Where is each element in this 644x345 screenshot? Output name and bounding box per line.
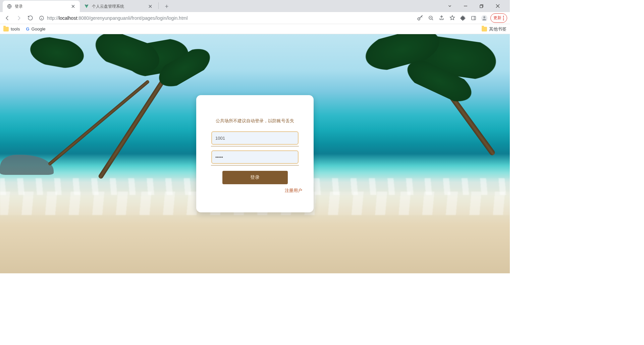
bookmark-label: Google <box>32 26 46 31</box>
chevron-down-icon[interactable] <box>447 4 457 8</box>
globe-icon <box>7 4 12 9</box>
close-window-icon[interactable] <box>496 4 505 8</box>
zoom-icon[interactable] <box>426 13 435 23</box>
login-hint: 公共场所不建议自动登录，以防账号丢失 <box>216 118 294 124</box>
tab-title: 个人云盘管理系统 <box>92 4 145 9</box>
google-icon: G <box>26 26 29 31</box>
address-bar[interactable]: http://localhost:8080/gerenyunpanguanli/… <box>37 13 413 23</box>
username-input[interactable] <box>211 131 299 145</box>
new-tab-button[interactable] <box>162 2 171 11</box>
other-bookmarks[interactable]: 其他书签 <box>482 26 506 32</box>
login-button[interactable]: 登录 <box>222 171 288 184</box>
svg-point-7 <box>483 16 485 18</box>
page-viewport: 公共场所不建议自动登录，以防账号丢失 登录 注册用户 <box>0 34 510 273</box>
update-label: 更新 <box>493 15 501 21</box>
reload-button[interactable] <box>25 13 35 23</box>
profile-avatar-icon[interactable] <box>480 13 489 23</box>
url-text: http://localhost:8080/gerenyunpanguanli/… <box>47 15 188 21</box>
bookmark-label: tools <box>11 26 20 31</box>
tab-divider <box>158 2 159 9</box>
back-button[interactable] <box>3 13 12 23</box>
bookmark-star-icon[interactable] <box>447 13 457 23</box>
svg-point-9 <box>503 17 504 18</box>
bookmarks-bar: tools G Google 其他书签 <box>0 24 510 34</box>
window-controls <box>445 0 510 12</box>
other-bookmarks-label: 其他书签 <box>489 26 506 32</box>
folder-icon <box>3 27 9 31</box>
bookmark-tools[interactable]: tools <box>3 26 20 31</box>
svg-rect-1 <box>480 5 482 7</box>
password-input[interactable] <box>211 150 299 164</box>
svg-point-10 <box>503 19 504 20</box>
register-link[interactable]: 注册用户 <box>285 188 302 194</box>
bookmark-google[interactable]: G Google <box>26 26 45 31</box>
tab-title: 登录 <box>15 4 68 9</box>
tab-strip: 登录 个人云盘管理系统 <box>0 0 510 12</box>
folder-icon <box>482 27 487 31</box>
maximize-icon[interactable] <box>480 4 489 8</box>
menu-dots-icon <box>503 16 504 20</box>
toolbar-right: 更新 <box>415 13 507 23</box>
toolbar: http://localhost:8080/gerenyunpanguanli/… <box>0 12 510 24</box>
minimize-icon[interactable] <box>464 4 473 8</box>
field-underline <box>211 146 299 146</box>
svg-rect-5 <box>472 16 476 20</box>
tab-vue-app[interactable]: 个人云盘管理系统 <box>80 1 157 12</box>
close-icon[interactable] <box>148 4 153 9</box>
update-button[interactable]: 更新 <box>490 13 507 23</box>
forward-button[interactable] <box>14 13 23 23</box>
side-panel-icon[interactable] <box>469 13 478 23</box>
svg-point-8 <box>503 16 504 17</box>
login-card: 公共场所不建议自动登录，以防账号丢失 登录 注册用户 <box>196 95 314 212</box>
info-icon[interactable] <box>39 15 44 21</box>
browser-chrome: 登录 个人云盘管理系统 <box>0 0 510 34</box>
field-underline <box>211 165 299 165</box>
password-key-icon[interactable] <box>415 13 425 23</box>
extensions-icon[interactable] <box>458 13 468 23</box>
close-icon[interactable] <box>70 4 76 9</box>
tab-login[interactable]: 登录 <box>3 1 80 12</box>
vue-icon <box>84 4 89 9</box>
share-icon[interactable] <box>437 13 446 23</box>
